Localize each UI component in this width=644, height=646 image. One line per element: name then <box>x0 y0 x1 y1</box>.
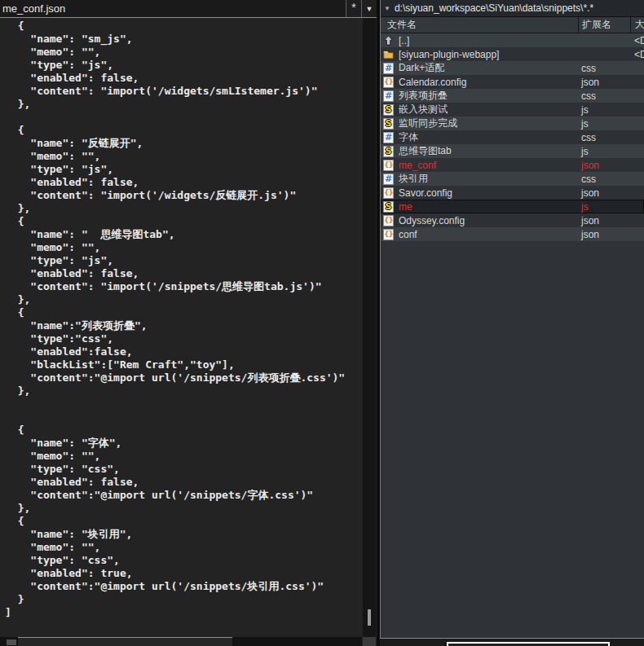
file-name: 思维导图tab <box>399 144 578 158</box>
code-line: "name": "反链展开", <box>5 137 362 150</box>
file-row[interactable]: [siyuan-plugin-webapp]<D <box>381 47 644 61</box>
file-extension: css <box>578 132 630 143</box>
file-row[interactable]: #Dark+适配css <box>381 61 644 75</box>
code-line: "memo": "", <box>5 450 362 463</box>
path-bar[interactable]: ▼ d:\siyuan_workspace\SiYuan\data\snippe… <box>381 0 644 17</box>
code-line: }, <box>5 293 362 306</box>
file-row[interactable]: {}Calendar.configjson <box>381 75 644 89</box>
path-dropdown-icon[interactable]: ▼ <box>384 5 390 12</box>
file-name: 列表项折叠 <box>399 89 578 103</box>
file-row[interactable]: Smejs <box>381 200 644 213</box>
code-line: "content":"@import url('/snippets/字体.css… <box>5 489 362 502</box>
file-extension: css <box>578 90 630 102</box>
file-row[interactable]: #列表项折叠css <box>381 89 644 103</box>
file-row[interactable]: #字体css <box>381 130 644 144</box>
file-name: Calendar.config <box>399 77 578 88</box>
code-line: }, <box>5 502 362 515</box>
css-file-icon: # <box>383 63 394 74</box>
code-line: "name": "块引用", <box>5 528 362 541</box>
js-file-icon: S <box>383 201 394 213</box>
code-line: "type": "js", <box>5 254 362 267</box>
scroll-left-button[interactable] <box>7 639 16 645</box>
code-line: { <box>5 424 362 437</box>
editor-vertical-scrollbar[interactable] <box>363 18 376 637</box>
file-row[interactable]: #块引用css <box>381 172 644 186</box>
file-extension: js <box>578 104 630 116</box>
file-list: [..]<D[siyuan-plugin-webapp]<D#Dark+适配cs… <box>381 33 644 241</box>
column-header-size[interactable]: 大 <box>630 17 644 33</box>
file-extension: json <box>578 215 630 226</box>
code-line: "type": "js", <box>5 163 362 176</box>
asterisk-icon: * <box>351 1 355 14</box>
code-line <box>5 111 362 124</box>
folder-icon <box>383 49 394 60</box>
code-line: "content":"@import url('/snippets/列表项折叠.… <box>5 371 362 385</box>
file-row[interactable]: {}Odyssey.configjson <box>381 213 644 227</box>
file-name: Odyssey.config <box>399 215 578 226</box>
code-line: "type": "js", <box>5 59 362 72</box>
code-line: "enabled": false, <box>5 476 362 489</box>
code-line: "content": "import('/snippets/思维导图tab.js… <box>5 280 362 293</box>
file-row[interactable]: {}me_confjson <box>381 158 644 172</box>
file-name: conf <box>399 229 578 240</box>
file-size: <D <box>630 35 644 46</box>
json-file-icon: {} <box>383 77 394 88</box>
json-file-icon: {} <box>383 160 394 171</box>
file-extension: json <box>578 229 630 240</box>
bottom-dialog-partial[interactable] <box>447 642 610 646</box>
code-line: { <box>5 215 362 228</box>
file-name: me <box>399 201 578 213</box>
code-line: "enabled": false, <box>5 176 362 189</box>
tab-me-conf-json[interactable]: me_conf.json <box>0 0 346 17</box>
code-line: "memo": "", <box>5 150 362 163</box>
code-line: }, <box>5 202 362 215</box>
column-header-filename[interactable]: 文件名 <box>381 17 578 33</box>
code-line <box>5 411 362 424</box>
file-name: 监听同步完成 <box>399 116 578 130</box>
code-line: "type":"css", <box>5 332 362 345</box>
code-line: "memo": "", <box>5 46 362 59</box>
horizontal-scroll-thumb[interactable] <box>18 637 232 646</box>
file-row[interactable]: S思维导图tabjs <box>381 144 644 158</box>
code-line: "name":"列表项折叠", <box>5 319 362 332</box>
file-name: 嵌入块测试 <box>399 103 578 116</box>
code-line: "enabled": false, <box>5 267 362 280</box>
file-panel: ▼ d:\siyuan_workspace\SiYuan\data\snippe… <box>380 0 644 638</box>
code-line: { <box>5 306 362 319</box>
code-line: { <box>5 515 362 528</box>
column-headers: 文件名 扩展名 大 <box>381 17 644 33</box>
code-line: "blackList":["Rem Craft","toy"], <box>5 358 362 371</box>
vertical-scroll-thumb[interactable] <box>368 609 371 626</box>
file-extension: js <box>578 146 630 157</box>
json-file-icon: {} <box>383 229 394 240</box>
file-row[interactable]: S嵌入块测试js <box>381 103 644 116</box>
file-name: [..] <box>399 35 578 46</box>
code-line: } <box>5 593 362 606</box>
code-line: { <box>5 20 362 33</box>
tab-list-button[interactable]: * <box>346 0 361 17</box>
code-line: ] <box>5 606 362 619</box>
file-extension: js <box>578 118 630 130</box>
column-header-extension[interactable]: 扩展名 <box>578 17 630 33</box>
editor-content[interactable]: { "name": "sm_js", "memo": "", "type": "… <box>0 18 362 637</box>
code-line: }, <box>5 385 362 398</box>
file-row[interactable]: {}confjson <box>381 227 644 241</box>
code-line: "content": "import('/widgets/smLIstemer.… <box>5 85 362 98</box>
js-file-icon: S <box>383 118 394 130</box>
current-path: d:\siyuan_workspace\SiYuan\data\snippets… <box>395 2 593 14</box>
js-file-icon: S <box>383 104 394 116</box>
file-name: me_conf <box>399 160 578 171</box>
editor-horizontal-scrollbar[interactable] <box>0 637 362 646</box>
file-row[interactable]: {}Savor.configjson <box>381 186 644 200</box>
js-file-icon: S <box>383 146 394 157</box>
file-row[interactable]: S监听同步完成js <box>381 116 644 130</box>
file-size: <D <box>630 49 644 60</box>
file-row[interactable]: [..]<D <box>381 33 644 47</box>
code-line: "enabled": true, <box>5 567 362 580</box>
file-extension: js <box>578 201 630 213</box>
file-extension: json <box>578 187 630 199</box>
css-file-icon: # <box>383 132 394 143</box>
file-extension: json <box>578 77 630 88</box>
file-extension: json <box>578 160 630 171</box>
tab-dropdown-button[interactable]: ▼ <box>361 0 377 17</box>
